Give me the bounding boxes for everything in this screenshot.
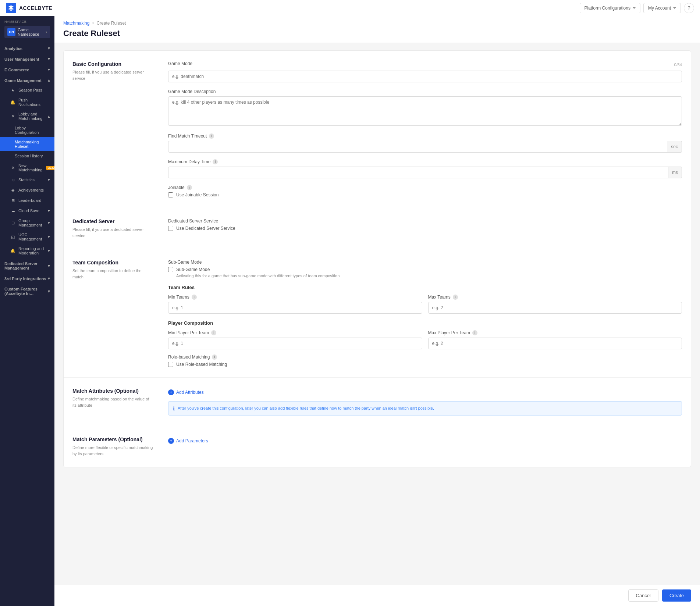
create-button[interactable]: Create (662, 589, 691, 602)
analytics-chevron-icon: ▾ (48, 46, 50, 51)
breadcrumb-parent[interactable]: Matchmaking (63, 21, 89, 26)
namespace-chevron-icon: ▾ (46, 31, 47, 34)
sidebar-item-achievements[interactable]: ◈ Achievements (0, 185, 54, 195)
sidebar-game-management-section: Game Management ▴ ★ Season Pass 🔔 Push N… (0, 74, 54, 258)
team-composition-info: Team Composition Set the team compositio… (72, 260, 153, 367)
cancel-button[interactable]: Cancel (628, 589, 658, 602)
namespace-selector[interactable]: GN Game Namespace ▾ (4, 26, 50, 38)
sidebar-item-group-management[interactable]: ⊡ Group Management ▾ (0, 216, 54, 230)
joinable-info-icon[interactable]: i (187, 185, 192, 190)
reporting-chevron-icon: ▾ (48, 249, 50, 253)
min-teams-info-icon[interactable]: i (192, 295, 197, 300)
user-management-chevron-icon: ▾ (48, 57, 50, 61)
sidebar-custom-features-header[interactable]: Custom Features (Accelbyte In… ▾ (0, 283, 54, 298)
role-based-matching-label: Role-based Matching i (168, 354, 682, 360)
cloud-save-chevron-icon: ▾ (48, 208, 50, 213)
add-parameters-btn[interactable]: + Add Parameters (168, 436, 208, 445)
game-mode-desc-field-group: Game Mode Description (168, 89, 682, 127)
min-teams-col: Min Teams i (168, 295, 422, 314)
team-rules-field-group: Team Rules Min Teams i (168, 285, 682, 314)
use-dedicated-server-checkbox[interactable] (168, 226, 173, 231)
max-teams-input[interactable] (428, 302, 682, 314)
max-delay-time-field-group: Maximum Delay Time i 0 ms (168, 159, 682, 178)
use-joinable-session-checkbox[interactable] (168, 192, 173, 197)
sidebar-item-session-history[interactable]: Session History (0, 151, 54, 161)
basic-config-fields: Game Mode 0/64 Game Mode Description (168, 61, 682, 197)
breadcrumb-separator: > (92, 21, 94, 26)
brand-name: ACCELBYTE (19, 5, 52, 11)
form-card: Basic Configuration Please fill, if you … (63, 50, 691, 467)
min-teams-input[interactable] (168, 302, 422, 314)
sub-game-mode-checkbox-label: Sub-Game Mode (176, 267, 210, 272)
sidebar-item-push-notifications[interactable]: 🔔 Push Notifications (0, 95, 54, 109)
custom-features-chevron-icon: ▾ (48, 289, 50, 294)
sidebar-item-lobby-config[interactable]: Lobby Configuration (0, 123, 54, 137)
dedicated-server-section: Dedicated Server Please fill, if you use… (64, 208, 691, 249)
game-mode-label: Game Mode (168, 61, 192, 66)
add-attributes-icon: + (168, 389, 174, 395)
namespace-label: NAMESPACE (4, 20, 50, 24)
sidebar-item-lobby-matchmaking[interactable]: ✕ Lobby and Matchmaking ▴ (0, 109, 54, 123)
sidebar-user-management-header[interactable]: User Management ▾ (0, 53, 54, 64)
find-match-timeout-label: Find Match Timeout i (168, 133, 682, 139)
sidebar-dedicated-server-header[interactable]: Dedicated Server Management ▾ (0, 258, 54, 272)
basic-config-title: Basic Configuration (72, 61, 153, 67)
max-player-per-team-input[interactable] (428, 338, 682, 349)
cloud-save-icon: ☁ (10, 208, 15, 213)
team-composition-section: Team Composition Set the team compositio… (64, 249, 691, 378)
match-parameters-info: Match Parameters (Optional) Define more … (72, 436, 153, 457)
ugc-chevron-icon: ▾ (48, 235, 50, 239)
max-delay-time-input[interactable]: 0 (168, 167, 668, 178)
sidebar-item-new-matchmaking[interactable]: ✕ New Matchmaking BETA ▾ (0, 161, 54, 175)
sidebar-3rd-party-header[interactable]: 3rd Party Integrations ▾ (0, 272, 54, 283)
sidebar-e-commerce-header[interactable]: E Commerce ▾ (0, 64, 54, 74)
sidebar-item-season-pass[interactable]: ★ Season Pass (0, 85, 54, 95)
game-mode-desc-input[interactable] (168, 96, 682, 126)
my-account-btn[interactable]: My Account (643, 3, 681, 13)
match-attributes-fields: + Add Attributes ℹ After you've create t… (168, 388, 682, 416)
min-player-col: Min Player Per Team i (168, 330, 422, 349)
max-player-info-icon[interactable]: i (472, 330, 477, 335)
sidebar-user-management-section: User Management ▾ (0, 53, 54, 64)
add-attributes-btn[interactable]: + Add Attributes (168, 388, 204, 397)
find-match-timeout-info-icon[interactable]: i (209, 133, 214, 139)
team-composition-fields: Sub-Game Mode Sub-Game Mode Activating t… (168, 260, 682, 367)
match-parameters-fields: + Add Parameters (168, 436, 682, 457)
page-footer: Cancel Create (54, 585, 700, 606)
max-teams-label: Max Teams i (428, 295, 682, 300)
role-based-info-icon[interactable]: i (212, 354, 217, 360)
max-player-col: Max Player Per Team i (428, 330, 682, 349)
find-match-timeout-input[interactable]: 0 (168, 141, 667, 153)
sub-game-mode-checkbox[interactable] (168, 267, 173, 272)
sidebar-item-statistics[interactable]: ⊙ Statistics ▾ (0, 175, 54, 185)
max-delay-time-info-icon[interactable]: i (213, 159, 218, 164)
sidebar-item-matchmaking-ruleset[interactable]: Matchmaking Ruleset (0, 137, 54, 151)
platform-config-btn[interactable]: Platform Configurations (580, 3, 640, 13)
player-composition-title: Player Composition (168, 320, 682, 326)
sub-game-mode-label: Sub-Game Mode (168, 260, 682, 265)
sidebar-item-ugc-management[interactable]: ◱ UGC Management ▾ (0, 230, 54, 244)
joinable-label: Joinable i (168, 185, 682, 190)
chevron-down-icon (673, 7, 676, 9)
match-parameters-section: Match Parameters (Optional) Define more … (64, 426, 691, 467)
dedicated-chevron-icon: ▾ (48, 264, 50, 268)
breadcrumb: Matchmaking > Create Ruleset (63, 21, 691, 26)
sidebar-item-leaderboard[interactable]: ⊞ Leaderboard (0, 195, 54, 206)
star-icon: ★ (10, 88, 15, 93)
sidebar-item-reporting-moderation[interactable]: 🔔 Reporting and Moderation ▾ (0, 244, 54, 258)
use-joinable-session-label: Use Joinable Session (176, 192, 218, 197)
sidebar-item-cloud-save[interactable]: ☁ Cloud Save ▾ (0, 206, 54, 216)
use-role-based-label: Use Role-based Matching (176, 362, 227, 367)
min-player-info-icon[interactable]: i (211, 330, 216, 335)
match-attributes-info-banner: ℹ After you've create this configuration… (168, 401, 682, 416)
game-mode-input[interactable] (168, 71, 682, 82)
sidebar-game-management-header[interactable]: Game Management ▴ (0, 74, 54, 85)
namespace-section: NAMESPACE GN Game Namespace ▾ (0, 16, 54, 42)
min-player-per-team-input[interactable] (168, 338, 422, 349)
dedicated-server-title: Dedicated Server (72, 218, 153, 224)
sidebar-analytics-header[interactable]: Analytics ▾ (0, 42, 54, 53)
max-teams-info-icon[interactable]: i (453, 295, 458, 300)
basic-config-section: Basic Configuration Please fill, if you … (64, 51, 691, 208)
use-role-based-checkbox[interactable] (168, 362, 173, 367)
help-btn[interactable]: ? (684, 3, 694, 13)
